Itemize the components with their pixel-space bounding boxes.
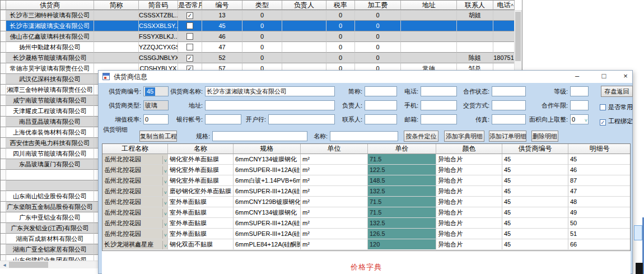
- chevron-down-icon[interactable]: ˅: [162, 230, 167, 239]
- detail-row[interactable]: 岳州北控花园˅室外单面贴膜6mmCNY134镀膜钢化m²71.5异地合片4549: [102, 207, 630, 218]
- chevron-down-icon[interactable]: ˅: [162, 177, 167, 186]
- chevron-down-icon[interactable]: ˅: [162, 209, 167, 218]
- save-return-button[interactable]: 存盘返回: [601, 86, 633, 97]
- detail-row[interactable]: 岳州北控花园˅室外单面贴膜6mmCNY129B镀膜钢化m²71.5异地合片454…: [102, 197, 630, 207]
- chevron-down-icon[interactable]: ˅: [162, 241, 167, 250]
- detail-column-header[interactable]: 单价: [368, 144, 436, 154]
- chevron-down-icon[interactable]: ˅: [162, 166, 167, 175]
- delete-detail-button[interactable]: 删除明细: [531, 131, 558, 142]
- column-header[interactable]: 联系人: [457, 0, 493, 10]
- chevron-down-icon[interactable]: ˅: [162, 156, 167, 165]
- common-checkbox[interactable]: [186, 44, 193, 50]
- cell-code: YZZQJCYXGS: [139, 42, 178, 53]
- detail-cell-project[interactable]: 岳州北控花园˅: [102, 229, 168, 239]
- chevron-down-icon: ˅: [585, 116, 587, 125]
- cell-phone: [493, 42, 515, 53]
- detail-cell-detail_id: 47: [568, 186, 631, 197]
- close-button[interactable]: ×: [618, 71, 633, 83]
- cell-manager: [282, 21, 326, 31]
- chevron-down-icon[interactable]: ˅: [162, 188, 167, 197]
- locate-by-condition-button[interactable]: 按条件定位: [404, 131, 438, 142]
- common-checkbox[interactable]: ✓: [186, 55, 193, 62]
- detail-cell-project[interactable]: 岳州北控花园˅: [102, 197, 168, 207]
- detail-cell-project[interactable]: 长沙龙湖祺鑫星座˅: [102, 239, 168, 250]
- scrollbar-thumb[interactable]: [515, 12, 521, 61]
- supplier-row[interactable]: 扬州中勤建材有限公司YZZQJCYXGS47000: [1, 42, 515, 53]
- detail-row[interactable]: 岳州北控花园˅磨砂钢化室外单面贴膜6mmSUPER-III+12A(硅...m²…: [102, 186, 630, 197]
- supplier-row[interactable]: 长沙市潇湘玻璃实业有限公司CSSXXBLSY...45000: [1, 21, 515, 31]
- fax-label: 传真:: [408, 114, 489, 124]
- maximize-button[interactable]: □: [591, 71, 617, 83]
- column-header[interactable]: 是否常用: [178, 0, 202, 10]
- cell-fee: 0: [355, 53, 401, 63]
- detail-column-header[interactable]: 颜色: [436, 144, 502, 154]
- detail-row[interactable]: 岳州北控花园˅室外单面贴膜6mmSUPER-III+12A(硅...m²126.…: [102, 229, 630, 239]
- cell-name: 武汉亿深科技有限公司: [6, 74, 94, 85]
- scrollbar-thumb[interactable]: [9, 262, 48, 268]
- coop-years-input[interactable]: [570, 100, 589, 110]
- detail-cell-color: 异地合片: [436, 154, 502, 165]
- detail-cell-price: 71.5: [368, 154, 436, 165]
- detail-column-header[interactable]: 名称: [168, 144, 234, 154]
- column-header[interactable]: 负责人: [282, 0, 326, 10]
- bank-label: 开户行:: [184, 114, 266, 124]
- cell-name: 湖南百成新材料有限公司: [6, 234, 94, 244]
- project-bind-checkbox[interactable]: ✓工程绑定: [600, 116, 633, 126]
- common-use-checkbox[interactable]: 是否常用: [600, 102, 633, 112]
- column-header[interactable]: 简称: [94, 0, 139, 10]
- cell-tax: 0: [326, 31, 355, 42]
- detail-cell-project[interactable]: 岳州北控花园˅: [102, 218, 168, 229]
- detail-column-header[interactable]: 工程名称: [102, 144, 168, 154]
- supplier-row[interactable]: 佛山市亿鑫玻璃科技有限公司FSSYXBLKJ...46000: [1, 31, 515, 42]
- minimize-button[interactable]: –: [564, 71, 590, 83]
- detail-cell-color: 异地合片: [436, 239, 502, 250]
- detail-row[interactable]: 岳州北控花园˅钢化室外单面贴膜6mmSUPER-III+12A(硅...m²12…: [102, 165, 630, 175]
- supplier-row[interactable]: 长沙市三湘特种玻璃有限公司CSSSXTZBL...✓13000胡姐: [1, 10, 515, 21]
- phone-label: 电话:: [337, 86, 418, 96]
- column-header[interactable]: 编号: [202, 0, 242, 10]
- detail-cell-supplier_id: 45: [502, 175, 568, 186]
- detail-cell-supplier_id: 45: [502, 229, 568, 239]
- cell-phone: 180751: [493, 53, 515, 63]
- common-checkbox[interactable]: [186, 22, 193, 29]
- detail-row[interactable]: 长沙龙湖祺鑫星座˅钢化双面不贴膜6mmPLE84+12A(硅酮胶...m²120…: [102, 239, 630, 250]
- detail-cell-unit: m²: [301, 218, 368, 229]
- detail-section-label: 供货明细: [103, 126, 128, 134]
- detail-row[interactable]: 岳州北控花园˅钢化室外单面贴膜6mm白玻+1.14PVB+6mm...m²148…: [102, 175, 630, 186]
- round-up-combo[interactable]: 0 ˅: [570, 114, 589, 124]
- column-header[interactable]: 供货商: [6, 0, 94, 10]
- detail-cell-project[interactable]: 岳州北控花园˅: [102, 175, 168, 186]
- column-header[interactable]: 地址: [401, 0, 457, 10]
- detail-cell-project[interactable]: 岳州北控花园˅: [102, 186, 168, 197]
- detail-cell-color: 异地合片: [436, 207, 502, 218]
- detail-column-header[interactable]: 规格: [234, 144, 301, 154]
- column-header[interactable]: 类型: [242, 0, 282, 10]
- detail-row[interactable]: 岳州北控花园˅钢化室外单面贴膜6mmCNY134镀膜钢化m²71.5异地合片45…: [102, 154, 630, 165]
- detail-cell-name: 钢化室外单面贴膜: [168, 165, 234, 175]
- column-header[interactable]: 税率: [326, 0, 355, 10]
- supplier-row[interactable]: 长沙晟格节能玻璃有限公司CSSGJNBLYXGS✓52000陈姐180751: [1, 53, 515, 63]
- horizontal-scrollbar[interactable]: ◂: [0, 261, 98, 268]
- coop-status-label: 合作状态:: [408, 86, 489, 96]
- detail-cell-project[interactable]: 岳州北控花园˅: [102, 154, 168, 165]
- cell-abbr: [94, 31, 139, 42]
- column-header[interactable]: 加工费: [355, 0, 401, 10]
- scroll-left-icon[interactable]: ◂: [1, 261, 8, 268]
- chevron-down-icon[interactable]: ˅: [162, 198, 167, 207]
- column-header[interactable]: 简音码: [139, 0, 178, 10]
- detail-column-header[interactable]: 供货商编号: [502, 144, 568, 154]
- common-checkbox[interactable]: [186, 33, 193, 40]
- detail-column-header[interactable]: 明细号: [568, 144, 631, 154]
- detail-cell-project[interactable]: 岳州北控花园˅: [102, 207, 168, 218]
- name-filter-input[interactable]: [330, 131, 398, 141]
- detail-column-header[interactable]: 单位: [301, 144, 368, 154]
- add-order-detail-button[interactable]: 添加订单明细: [489, 131, 526, 142]
- dialog-titlebar[interactable]: 供货商信息 – □ ×: [99, 71, 632, 83]
- column-header[interactable]: 电话^: [493, 0, 515, 10]
- common-checkbox[interactable]: ✓: [186, 12, 193, 19]
- grade-input[interactable]: [570, 86, 589, 96]
- add-dictionary-detail-button[interactable]: 添加字典明细: [444, 131, 484, 142]
- detail-cell-project[interactable]: 岳州北控花园˅: [102, 165, 168, 175]
- chevron-down-icon[interactable]: ˅: [162, 220, 167, 229]
- detail-row[interactable]: 岳州北控花园˅室外单面贴膜6mmSUPER-III+12A(硅...m²132.…: [102, 218, 630, 229]
